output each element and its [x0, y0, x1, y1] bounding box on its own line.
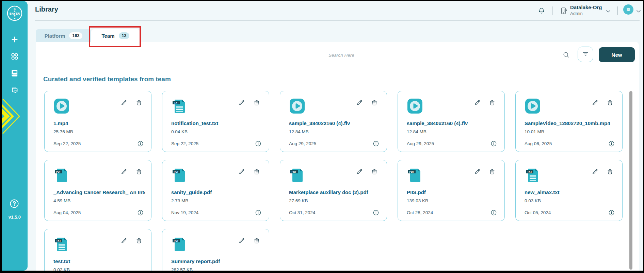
delete-trash-icon[interactable] [607, 99, 613, 106]
info-icon[interactable] [373, 209, 379, 216]
chevron-down-icon[interactable] [635, 8, 642, 15]
pdf-file-icon: PDF [171, 167, 188, 183]
file-card[interactable]: PDF Summary report.pdf 282.57 KB [162, 229, 269, 271]
delete-trash-icon[interactable] [253, 237, 260, 244]
info-icon[interactable] [490, 140, 497, 147]
avatar[interactable]: SI [623, 4, 633, 15]
info-icon[interactable] [137, 209, 144, 216]
file-name: PIIS.pdf [407, 189, 498, 195]
edit-pencil-icon[interactable] [120, 99, 127, 106]
edit-pencil-icon[interactable] [120, 237, 127, 244]
edit-pencil-icon[interactable] [356, 99, 363, 106]
edit-pencil-icon[interactable] [592, 99, 598, 106]
delete-trash-icon[interactable] [135, 237, 142, 244]
file-card[interactable]: SampleVideo_1280x720_10mb.mp4 10.01 MB A… [515, 91, 623, 152]
file-size: 2.73 MB [171, 198, 188, 203]
filter-lines-icon [582, 50, 589, 59]
file-card[interactable]: PDF Marketplace auxillary doc (2).pdf 27… [280, 160, 387, 221]
tab-platform[interactable]: Platform 162 [36, 29, 91, 42]
library-book-icon[interactable] [9, 68, 20, 79]
svg-text:PDF: PDF [56, 170, 61, 173]
file-card[interactable]: sample_3840x2160 (4).flv 12.84 MB Aug 29… [398, 91, 505, 152]
file-card[interactable]: TXT test.txt 0.02 KB [44, 229, 151, 271]
tab-team[interactable]: Team 12 [91, 29, 140, 42]
txt-file-icon: TXT [525, 167, 541, 183]
file-size: 4.59 MB [53, 198, 70, 203]
file-size: 282.57 KB [171, 267, 193, 271]
delete-trash-icon[interactable] [371, 99, 378, 106]
edit-pencil-icon[interactable] [238, 168, 245, 175]
file-date: Nov 19, 2024 [171, 210, 198, 215]
file-size: 27.69 KB [289, 198, 308, 203]
edit-pencil-icon[interactable] [120, 168, 127, 175]
header-divider [35, 20, 640, 21]
svg-text:PDF: PDF [174, 170, 179, 173]
edit-pencil-icon[interactable] [474, 168, 481, 175]
magnifier-icon[interactable] [562, 51, 570, 58]
file-name: test.txt [53, 258, 145, 264]
yellow-chevrons-decoration [2, 96, 22, 136]
svg-text:TXT: TXT [56, 239, 61, 242]
pdf-file-icon: PDF [289, 167, 305, 183]
chevron-down-icon[interactable] [605, 8, 612, 15]
file-card[interactable]: PDF PIIS.pdf 139.03 KB Oct 28, 2024 [398, 160, 505, 221]
svg-text:PDF: PDF [409, 170, 415, 173]
delete-trash-icon[interactable] [253, 99, 260, 106]
delete-trash-icon[interactable] [489, 168, 496, 175]
delete-trash-icon[interactable] [253, 168, 260, 175]
filter-button[interactable] [578, 47, 593, 62]
file-card[interactable]: TXT notification_test.txt 0.04 KB Sep 22… [162, 91, 269, 152]
file-date: Aug 06, 2025 [525, 141, 552, 146]
pdf-file-icon: PDF [171, 236, 188, 252]
file-card[interactable]: sample_3840x2160 (4).flv 12.84 MB Aug 29… [280, 91, 387, 152]
apps-grid-icon[interactable] [9, 51, 20, 62]
file-date: Sep 22, 2025 [53, 141, 81, 146]
header-separator [552, 6, 553, 15]
info-icon[interactable] [608, 140, 615, 147]
chat-bubbles-icon[interactable] [9, 85, 20, 96]
svg-text:TXT: TXT [527, 170, 532, 173]
edit-pencil-icon[interactable] [238, 99, 245, 106]
delete-trash-icon[interactable] [135, 168, 142, 175]
edit-pencil-icon[interactable] [474, 99, 481, 106]
info-icon[interactable] [137, 140, 144, 147]
svg-text:A: A [14, 10, 16, 13]
file-name: sample_3840x2160 (4).flv [407, 120, 498, 126]
txt-file-icon: TXT [171, 98, 188, 114]
new-button[interactable]: New [599, 47, 635, 62]
info-icon[interactable] [255, 140, 261, 147]
file-card[interactable]: TXT new_almax.txt 0.03 KB Oct 05, 2024 [515, 160, 623, 221]
edit-pencil-icon[interactable] [356, 168, 363, 175]
page-title: Library [35, 5, 58, 13]
file-size: 12.84 MB [407, 129, 426, 134]
file-card[interactable]: PDF _Advancing Cancer Research_ An Inter… [44, 160, 151, 221]
file-date: Oct 31, 2024 [289, 210, 315, 215]
card-grid: 1.mp4 25.76 MB Sep 22, 2025 TXT [44, 91, 626, 271]
search-input[interactable] [328, 49, 573, 62]
delete-trash-icon[interactable] [607, 168, 613, 175]
org-name: Datalake-Org [570, 4, 604, 10]
delete-trash-icon[interactable] [489, 99, 496, 106]
file-card[interactable]: PDF sanity_guide.pdf 2.73 MB Nov 19, 202… [162, 160, 269, 221]
info-icon[interactable] [608, 209, 615, 216]
app-screen: BAYER BAER [2, 1, 643, 271]
file-size: 0.02 KB [53, 267, 70, 271]
tab-label: Platform [45, 33, 65, 39]
info-icon[interactable] [255, 209, 261, 216]
plus-icon[interactable] [9, 34, 20, 45]
edit-pencil-icon[interactable] [238, 237, 245, 244]
question-mark-icon[interactable] [9, 199, 20, 209]
vertical-scrollbar[interactable] [629, 91, 632, 270]
delete-trash-icon[interactable] [371, 168, 378, 175]
video-play-icon [525, 98, 541, 114]
delete-trash-icon[interactable] [135, 99, 142, 106]
bell-icon[interactable] [537, 6, 546, 15]
file-card[interactable]: 1.mp4 25.76 MB Sep 22, 2025 [44, 91, 151, 152]
svg-text:R: R [14, 17, 16, 20]
info-icon[interactable] [490, 209, 497, 216]
txt-file-icon: TXT [53, 236, 70, 252]
org-switcher[interactable]: Datalake-Org Admin [570, 4, 604, 16]
edit-pencil-icon[interactable] [592, 168, 598, 175]
info-icon[interactable] [373, 140, 379, 147]
svg-text:TXT: TXT [174, 101, 179, 104]
